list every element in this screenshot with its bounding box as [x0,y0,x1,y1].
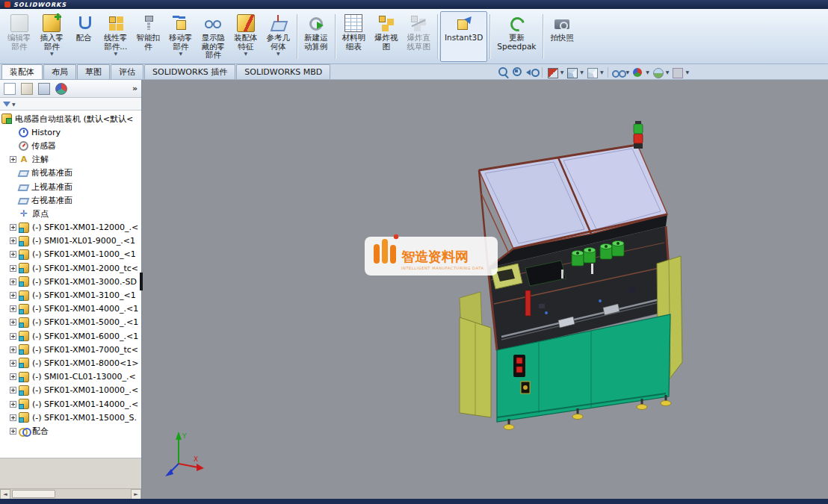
ribbon-button-mate[interactable]: 配合 [68,11,99,62]
dropdown-arrow-icon[interactable]: ▼ [244,52,247,56]
expand-toggle[interactable] [10,346,16,353]
ribbon-button-new-motion-study[interactable]: 新建运 动算例 [300,11,333,62]
dropdown-arrow-icon[interactable]: ▼ [114,52,117,56]
tab-solidworks-addins[interactable]: SOLIDWORKS 插件 [144,64,235,79]
tree-item-component[interactable]: (-) SFK01-XM01-7000_tc< [1,343,141,356]
ribbon-button-exploded-view[interactable]: 爆炸视 图 [370,11,403,62]
tree-item-right-plane[interactable]: 右视基准面 [1,193,141,207]
tree-item-component[interactable]: (-) SMI01-CL01-13000_.< [1,370,141,384]
tree-item-front-plane[interactable]: 前视基准面 [1,167,141,180]
tree-item-component[interactable]: (-) SFK01-XM01-5000_.<1 [1,316,141,329]
panel-expand-chevron[interactable]: » [132,84,138,93]
tab-solidworks-mbd[interactable]: SOLIDWORKS MBD [236,64,330,79]
expand-toggle[interactable] [10,305,16,312]
dropdown-arrow-icon[interactable]: ▼ [666,69,670,75]
graphics-viewport[interactable]: 智造资料网 INTELLIGENT MANUFACTURING DATA Y X [143,80,828,499]
dropdown-arrow-icon[interactable]: ▼ [626,69,630,75]
expand-toggle[interactable] [10,373,16,380]
dropdown-arrow-icon[interactable]: ▼ [600,69,604,75]
apply-scene-icon[interactable] [652,66,664,78]
tree-item-component[interactable]: (-) SMI01-XL01-9000_.<1 [1,234,141,248]
tree-item-component[interactable]: (-) SFK01-XM01-6000_.<1 [1,329,141,343]
expand-toggle[interactable] [10,279,16,285]
configurationmanager-tab[interactable] [38,83,50,95]
horizontal-scrollbar[interactable]: ◄ ► [0,488,141,499]
expand-toggle[interactable] [10,319,16,326]
dropdown-arrow-icon[interactable]: ▼ [580,69,584,75]
ribbon-button-show-hidden-components[interactable]: 显示隐 藏的零 部件 [197,11,230,62]
filter-dropdown-arrow-icon[interactable]: ▼ [12,102,16,107]
ribbon-button-assembly-features[interactable]: 装配体 特征 ▼ [229,11,262,62]
scroll-right-arrow-icon[interactable]: ► [131,489,141,500]
tree-item-component[interactable]: (-) SFK01-XM01-4000_.<1 [1,302,141,316]
tree-item-origin[interactable]: ✛ 原点 [1,207,141,220]
ribbon-button-take-snapshot[interactable]: 拍快照 [546,11,578,62]
expand-toggle[interactable] [10,292,16,299]
expand-toggle[interactable] [10,251,16,258]
model-canvas[interactable]: 智造资料网 INTELLIGENT MANUFACTURING DATA Y X [143,80,828,499]
tree-item-component[interactable]: (-) SFK01-XM01-2000_tc< [1,261,141,275]
ribbon-button-update-speedpak[interactable]: 更新 Speedpak [492,11,540,62]
expand-toggle[interactable] [10,387,16,393]
section-view-icon[interactable] [546,66,558,78]
tree-item-component[interactable]: (-) SFK01-XM01-12000_.< [1,221,141,234]
expand-toggle[interactable] [10,428,16,435]
featuremanager-tree-tab[interactable] [4,83,16,95]
tab-layout[interactable]: 布局 [43,64,76,79]
ribbon-button-explode-line-sketch[interactable]: 爆炸直 线草图 [403,11,436,62]
expand-toggle[interactable] [10,224,16,231]
ribbon-button-bill-of-materials[interactable]: 材料明 细表 [338,11,371,62]
tree-item-mates[interactable]: 配合 [1,424,141,438]
tree-item-component[interactable]: (-) SFK01-XM01-10000_.< [1,384,141,397]
tree-item-component[interactable]: (-) SFK01-XM01-3000.-SD [1,275,141,288]
expand-toggle[interactable] [10,237,16,244]
tree-item-component[interactable]: (-) SFK01-XM01-8000<1> [1,356,141,370]
dropdown-arrow-icon[interactable]: ▼ [560,69,564,75]
tree-item-component[interactable]: (-) SFK01-XM01-3100_<1 [1,288,141,302]
view-orientation-icon[interactable] [566,66,578,78]
dropdown-arrow-icon[interactable]: ▼ [276,52,280,56]
tab-evaluate[interactable]: 评估 [111,64,143,79]
tree-root-item[interactable]: 电感器自动组装机 (默认<默认< [1,112,141,125]
hide-show-items-icon[interactable] [612,66,624,78]
tree-item-component[interactable]: (-) SFK01-XM01-1000_<1 [1,248,141,261]
ribbon-button-insert-components[interactable]: 插入零 部件 ▼ [36,11,69,62]
tab-sketch[interactable]: 草图 [77,64,110,79]
tree-item-annotations[interactable]: A 注解 [1,153,141,167]
ribbon-button-reference-geometry[interactable]: 参考几 何体 ▼ [262,11,295,62]
ribbon-button-linear-component-pattern[interactable]: 线性零 部件... ▼ [99,11,132,62]
scrollbar-thumb[interactable] [12,490,55,498]
ribbon-button-instant3d[interactable]: Instant3D [440,11,487,62]
ribbon-button-smart-fasteners[interactable]: 智能扣 件 [132,11,165,62]
zoom-to-fit-icon[interactable] [498,66,510,78]
scroll-left-arrow-icon[interactable]: ◄ [0,489,10,500]
expand-toggle[interactable] [10,265,16,272]
dropdown-arrow-icon[interactable]: ▼ [179,52,182,56]
display-style-icon[interactable] [586,66,598,78]
tree-item-sensors[interactable]: 传感器 [1,139,141,152]
expand-toggle[interactable] [10,360,16,367]
edit-appearance-icon[interactable] [631,66,643,78]
view-settings-icon[interactable] [671,66,683,78]
component-icon [19,372,29,382]
dropdown-arrow-icon[interactable]: ▼ [685,69,689,75]
previous-view-icon[interactable] [526,66,538,78]
displaymanager-tab[interactable] [55,83,67,95]
tree-item-top-plane[interactable]: 上视基准面 [1,180,141,193]
dropdown-arrow-icon[interactable]: ▼ [646,69,649,75]
ribbon-button-move-component[interactable]: 移动零 部件 ▼ [164,11,197,62]
tree-item-component[interactable]: (-) SFK01-XM01-15000_S. [1,411,141,424]
scrollbar-track[interactable] [10,489,131,500]
expand-toggle[interactable] [10,156,16,163]
expand-toggle[interactable] [10,414,16,421]
dropdown-arrow-icon[interactable]: ▼ [50,52,54,56]
expand-toggle[interactable] [10,333,16,340]
filter-funnel-icon[interactable] [3,102,10,107]
ribbon-button-edit-component[interactable]: 编辑零 部件 [3,11,36,62]
tab-assembly[interactable]: 装配体 [1,64,43,79]
zoom-to-area-icon[interactable] [512,66,524,78]
propertymanager-tab[interactable] [21,83,33,95]
tree-item-history[interactable]: History [1,125,141,139]
tree-item-component[interactable]: (-) SFK01-XM01-14000_.< [1,397,141,411]
expand-toggle[interactable] [10,401,16,408]
